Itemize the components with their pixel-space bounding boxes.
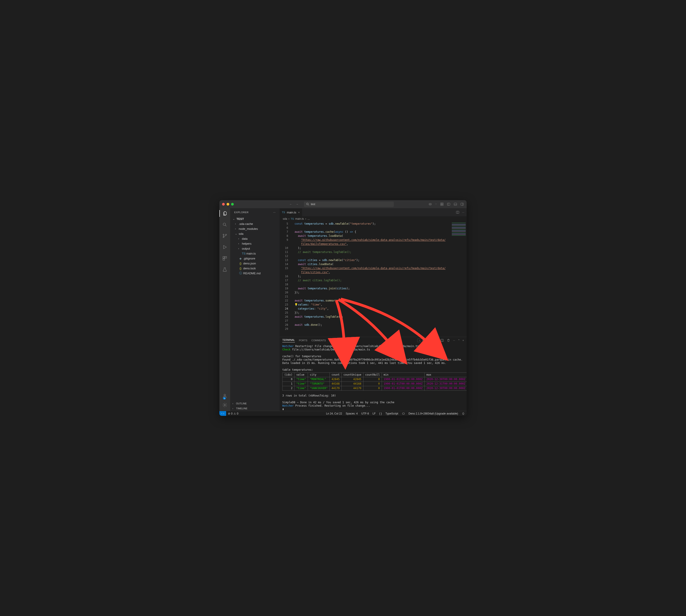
warning-icon: ⚠ (234, 412, 236, 415)
tab-main-ts[interactable]: TS main.ts × (280, 208, 302, 216)
terminal-shell-picker[interactable]: deno (417, 338, 429, 342)
tree-item[interactable]: TSmain.ts (231, 251, 279, 256)
nav-back-icon[interactable]: ← (290, 203, 292, 206)
terminal-icon (419, 339, 421, 342)
editor-tabs: TS main.ts × ··· (280, 208, 467, 216)
svg-rect-2 (429, 203, 432, 205)
editor-group: TS main.ts × ··· sda › TS main.ts › ... … (280, 208, 467, 411)
svg-rect-13 (461, 203, 464, 205)
tree-item[interactable]: ›.sda-cache (231, 221, 279, 226)
sidebar-title: EXPLORER ··· (230, 208, 280, 216)
svg-point-26 (224, 404, 226, 406)
activity-bar: 1 (219, 208, 230, 411)
activity-debug[interactable] (219, 244, 230, 250)
breadcrumb-symbol: ... (307, 217, 310, 220)
activity-extensions[interactable] (219, 255, 230, 262)
close-panel-icon[interactable]: × (463, 339, 464, 342)
editor-more-icon[interactable]: ··· (462, 211, 464, 214)
search-icon (306, 202, 309, 206)
svg-point-25 (224, 394, 226, 396)
terminal-table: (idx)valuecitycountcountUniquecountNullm… (282, 372, 467, 391)
search-text: test (311, 203, 315, 206)
problems-indicator[interactable]: ⊘0 ⚠0 (226, 412, 240, 415)
nav-arrows: ← → (290, 203, 299, 206)
svg-marker-20 (224, 245, 227, 249)
tree-item[interactable]: {}deno.json (231, 261, 279, 266)
braces-indicator[interactable]: { } (378, 412, 383, 415)
terminal-output[interactable]: Watcher Restarting! File change detected… (280, 344, 467, 411)
minimap[interactable] (451, 221, 467, 337)
activity-settings[interactable] (222, 402, 227, 408)
indent-indicator[interactable]: Spaces: 4 (344, 412, 359, 415)
tree-item[interactable]: ›helpers (231, 241, 279, 246)
layout-grid-icon[interactable] (440, 202, 444, 206)
minimize-window-button[interactable] (227, 203, 229, 205)
deno-version[interactable]: Deno 2.1.9+28834a8 (Upgrade available) (407, 412, 460, 415)
remote-indicator[interactable] (219, 411, 226, 416)
new-terminal-icon[interactable]: + (432, 339, 433, 342)
copilot-icon (402, 412, 405, 415)
panel-tabs: TERMINAL PORTS COMMENTS deno + ⌄ ··· ⌃ (280, 337, 467, 344)
split-editor-icon[interactable] (456, 211, 459, 214)
svg-point-17 (223, 234, 224, 235)
tree-item[interactable]: ›data (231, 236, 279, 241)
copilot-chevron-icon[interactable]: ⌄ (435, 202, 437, 206)
svg-point-0 (306, 203, 308, 205)
timeline-section[interactable]: ›TIMELINE (230, 406, 280, 411)
terminal-dropdown-icon[interactable]: ⌄ (436, 339, 437, 342)
tree-item[interactable]: {}deno.lock (231, 266, 279, 271)
panel-more-icon[interactable]: ··· (453, 339, 455, 342)
tree-item[interactable]: ›output (231, 246, 279, 251)
activity-search[interactable] (219, 221, 230, 228)
command-center[interactable]: test (304, 201, 394, 207)
tree-item[interactable]: ⓘREADME.md (231, 271, 279, 276)
notifications-icon[interactable] (460, 412, 467, 415)
svg-rect-9 (447, 203, 450, 205)
encoding-indicator[interactable]: UTF-8 (359, 412, 371, 415)
panel-bottom-icon[interactable] (454, 202, 457, 206)
panel-left-icon[interactable] (447, 202, 450, 206)
language-indicator[interactable]: TypeScript (384, 412, 400, 415)
code-content[interactable]: const temperatures = sdb.newTable("tempe… (291, 221, 451, 337)
chevron-right-icon: › (288, 217, 289, 220)
tree-item[interactable]: ⌄sda (231, 231, 279, 236)
ts-icon: TS (291, 218, 294, 220)
tree-root-label: TEST (236, 217, 244, 221)
nav-forward-icon[interactable]: → (296, 203, 299, 206)
svg-point-18 (223, 237, 224, 238)
activity-testing[interactable] (219, 266, 230, 273)
file-tree: ⌄TEST ›.sda-cache›node_modules⌄sda›data›… (230, 216, 280, 401)
eol-indicator[interactable]: LF (371, 412, 378, 415)
ts-icon: TS (282, 211, 285, 214)
close-window-button[interactable] (222, 203, 225, 205)
maximize-panel-icon[interactable]: ⌃ (458, 339, 460, 342)
close-tab-icon[interactable]: × (298, 211, 300, 214)
outline-section[interactable]: ›OUTLINE (230, 401, 280, 406)
svg-rect-6 (442, 203, 443, 204)
tree-item[interactable]: ›node_modules (231, 226, 279, 231)
vscode-window: ← → test ⌄ (219, 200, 467, 416)
panel-tab-ports[interactable]: PORTS (299, 339, 307, 342)
panel-tab-terminal[interactable]: TERMINAL (282, 338, 295, 343)
activity-scm[interactable] (219, 233, 230, 239)
sidebar-more-icon[interactable]: ··· (273, 211, 276, 214)
gear-icon (222, 402, 227, 408)
account-badge: 1 (223, 397, 226, 399)
code-editor[interactable]: 5678910111213141516171819202122232425262… (280, 221, 467, 337)
copilot-icon[interactable] (428, 202, 432, 206)
tree-item[interactable]: ◆.gitignore (231, 256, 279, 261)
activity-explorer[interactable] (219, 210, 230, 217)
trash-icon[interactable] (447, 338, 450, 342)
breadcrumbs[interactable]: sda › TS main.ts › ... (280, 216, 467, 221)
cursor-position[interactable]: Ln 24, Col 22 (324, 412, 344, 415)
panel-tab-comments[interactable]: COMMENTS (311, 339, 326, 342)
branch-icon (222, 234, 227, 238)
maximize-window-button[interactable] (231, 203, 234, 205)
svg-rect-32 (402, 413, 404, 414)
split-terminal-icon[interactable] (440, 338, 444, 342)
panel-right-icon[interactable] (460, 202, 464, 206)
activity-accounts[interactable]: 1 (222, 393, 227, 399)
remote-icon (221, 412, 224, 415)
copilot-status[interactable] (400, 412, 407, 415)
tree-root[interactable]: ⌄TEST (231, 216, 279, 221)
